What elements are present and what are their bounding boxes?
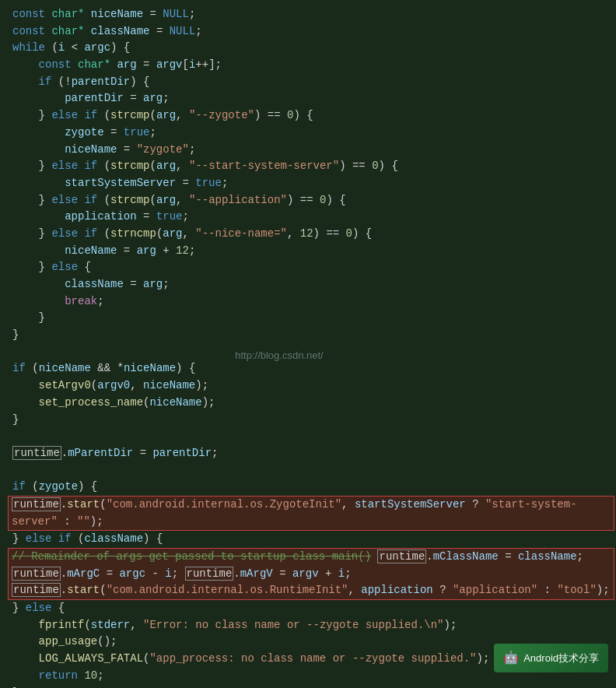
line-5: if (!parentDir) {: [6, 74, 616, 91]
runtime-box-2: runtime: [12, 497, 61, 511]
highlight-box-classname: // Remainder of args get passed to start…: [8, 548, 614, 600]
line-8: zygote = true;: [6, 125, 616, 142]
line-14: } else if (strncmp(arg, "--nice-name=", …: [6, 226, 616, 243]
line-18: break;: [6, 293, 616, 311]
line-9: niceName = "zygote";: [6, 142, 616, 159]
line-11: startSystemServer = true;: [6, 175, 616, 192]
code-block: const char* niceName = NULL; const char*…: [0, 0, 616, 688]
line-13: application = true;: [6, 209, 616, 226]
line-10: } else if (strcmp(arg, "--start-system-s…: [6, 158, 616, 175]
line-2: const char* className = NULL;: [6, 23, 616, 40]
line-17: className = arg;: [6, 276, 616, 293]
runtime-box-6: runtime: [12, 583, 61, 597]
line-29: if (zygote) {: [6, 479, 616, 496]
empty-line-2: [6, 428, 616, 445]
line-25: }: [6, 412, 616, 429]
empty-line-1: [6, 344, 616, 361]
line-22: if (niceName && *niceName) {: [6, 360, 616, 377]
line-44: }: [6, 685, 616, 689]
android-badge: 🤖 Android技术分享: [494, 644, 608, 672]
line-1: const char* niceName = NULL;: [6, 6, 616, 23]
line-4: const char* arg = argv[i++];: [6, 57, 616, 74]
runtime-box-4: runtime: [12, 567, 61, 581]
badge-text: Android技术分享: [523, 651, 599, 666]
runtime-box-5: runtime: [185, 567, 234, 581]
empty-line-3: [6, 462, 616, 479]
line-39: } else {: [6, 600, 616, 617]
line-27: runtime.mParentDir = parentDir;: [6, 445, 616, 462]
line-40: fprintf(stderr, "Error: no class name or…: [6, 617, 616, 634]
line-24: set_process_name(niceName);: [6, 395, 616, 412]
line-23: setArgv0(argv0, niceName); http://blog.c…: [6, 377, 616, 395]
line-6: parentDir = arg;: [6, 90, 616, 107]
line-32: } else if (className) {: [6, 531, 616, 548]
line-12: } else if (strcmp(arg, "--application") …: [6, 192, 616, 209]
line-3: while (i < argc) {: [6, 40, 616, 57]
highlight-box-zygote: runtime.start("com.android.internal.os.Z…: [8, 496, 614, 531]
runtime-box-1: runtime: [12, 446, 61, 460]
runtime-box-3: runtime: [377, 549, 426, 563]
line-16: } else {: [6, 259, 616, 276]
line-20: }: [6, 327, 616, 344]
line-7: } else if (strcmp(arg, "--zygote") == 0)…: [6, 107, 616, 125]
android-logo-icon: 🤖: [503, 648, 519, 668]
line-15: niceName = arg + 12;: [6, 243, 616, 260]
line-19: }: [6, 310, 616, 327]
